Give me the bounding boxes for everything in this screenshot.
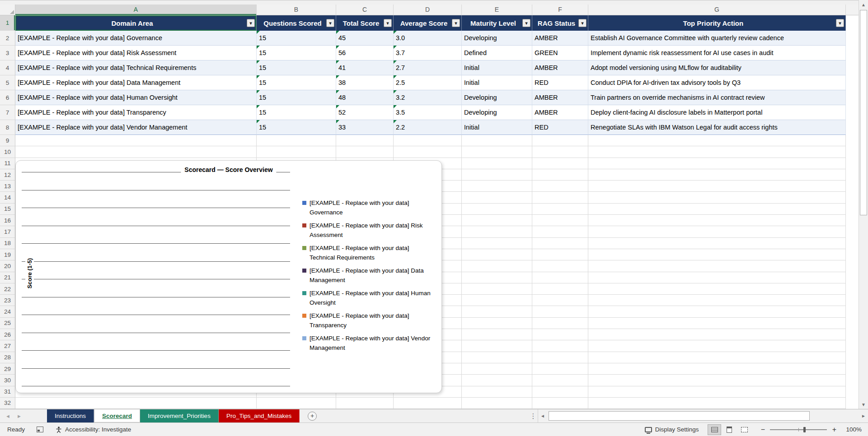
cell-E28[interactable]	[462, 352, 532, 363]
scroll-right-button[interactable]: ►	[859, 413, 868, 418]
cell-E22[interactable]	[462, 283, 532, 295]
row-header-19[interactable]: 19	[0, 249, 15, 260]
row-header-20[interactable]: 20	[0, 260, 15, 272]
cell-C2[interactable]: 45	[336, 31, 394, 46]
row-header-15[interactable]: 15	[0, 204, 15, 215]
row-header-8[interactable]: 8	[0, 120, 15, 135]
cell-B10[interactable]	[257, 146, 336, 158]
scroll-down-button[interactable]: ▼	[859, 400, 868, 409]
row-header-25[interactable]: 25	[0, 318, 15, 329]
display-settings-button[interactable]: Display Settings	[645, 426, 699, 433]
cell-B9[interactable]	[257, 135, 336, 146]
column-header-E[interactable]: E	[462, 5, 532, 15]
cell-E19[interactable]	[462, 249, 532, 260]
cell-E31[interactable]	[462, 386, 532, 398]
row-header-14[interactable]: 14	[0, 192, 15, 203]
cell-F19[interactable]	[532, 249, 588, 260]
cell-E6[interactable]: Developing	[462, 90, 532, 105]
cell-D9[interactable]	[394, 135, 462, 146]
cell-F12[interactable]	[532, 169, 588, 181]
cell-B32[interactable]	[257, 398, 336, 409]
filter-dropdown-button[interactable]: ▾	[836, 19, 844, 27]
cell-G16[interactable]	[588, 215, 846, 226]
cell-A4[interactable]: [EXAMPLE - Replace with your data] Techn…	[15, 60, 257, 75]
column-header-A[interactable]: A	[15, 5, 257, 15]
cell-E32[interactable]	[462, 398, 532, 409]
cell-F18[interactable]	[532, 238, 588, 249]
filter-dropdown-button[interactable]: ▾	[522, 19, 530, 27]
cell-G8[interactable]: Renegotiate SLAs with IBM Watson Legal f…	[588, 120, 846, 135]
cell-F2[interactable]: AMBER	[532, 31, 588, 46]
cell-D10[interactable]	[394, 146, 462, 158]
cell-E7[interactable]: Developing	[462, 105, 532, 120]
cell-G22[interactable]	[588, 283, 846, 295]
table-header-domain-area[interactable]: Domain Area▾	[15, 15, 257, 31]
row-header-26[interactable]: 26	[0, 329, 15, 340]
cell-D2[interactable]: 3.0	[394, 31, 462, 46]
table-header-average-score[interactable]: Average Score▾	[394, 15, 462, 31]
cell-F31[interactable]	[532, 386, 588, 398]
table-header-top-priority-action[interactable]: Top Priority Action▾	[588, 15, 846, 31]
cell-F13[interactable]	[532, 181, 588, 192]
cell-F27[interactable]	[532, 340, 588, 352]
filter-dropdown-button[interactable]: ▾	[247, 19, 255, 27]
cell-E18[interactable]	[462, 238, 532, 249]
table-header-maturity-level[interactable]: Maturity Level▾	[462, 15, 532, 31]
cell-G13[interactable]	[588, 181, 846, 192]
row-header-1[interactable]: 1	[0, 15, 15, 31]
new-sheet-button[interactable]: +	[308, 412, 317, 421]
zoom-level[interactable]: 100%	[846, 426, 862, 433]
cell-B6[interactable]: 15	[257, 90, 336, 105]
horizontal-scrollbar[interactable]: ◄ ►	[538, 409, 868, 422]
scroll-left-button[interactable]: ◄	[538, 413, 547, 418]
page-layout-view-button[interactable]	[723, 424, 736, 435]
cell-G17[interactable]	[588, 226, 846, 237]
cell-F22[interactable]	[532, 283, 588, 295]
row-header-18[interactable]: 18	[0, 238, 15, 249]
cell-F26[interactable]	[532, 329, 588, 340]
cell-A8[interactable]: [EXAMPLE - Replace with your data] Vendo…	[15, 120, 257, 135]
cell-F28[interactable]	[532, 352, 588, 363]
row-header-28[interactable]: 28	[0, 352, 15, 363]
cell-C5[interactable]: 38	[336, 75, 394, 90]
row-header-11[interactable]: 11	[0, 158, 15, 169]
column-header-F[interactable]: F	[532, 5, 588, 15]
select-all-button[interactable]	[0, 5, 15, 15]
cell-F30[interactable]	[532, 375, 588, 386]
cell-E5[interactable]: Initial	[462, 75, 532, 90]
cell-E13[interactable]	[462, 181, 532, 192]
cell-G7[interactable]: Deploy client-facing AI disclosure label…	[588, 105, 846, 120]
cell-A7[interactable]: [EXAMPLE - Replace with your data] Trans…	[15, 105, 257, 120]
cell-F25[interactable]	[532, 318, 588, 329]
cell-D8[interactable]: 2.2	[394, 120, 462, 135]
tab-scrollbar-splitter[interactable]: ⋮	[529, 409, 538, 422]
vertical-scroll-track[interactable]	[859, 9, 868, 400]
cell-F3[interactable]: GREEN	[532, 46, 588, 60]
cell-G24[interactable]	[588, 306, 846, 317]
cell-G18[interactable]	[588, 238, 846, 249]
cell-C8[interactable]: 33	[336, 120, 394, 135]
row-header-6[interactable]: 6	[0, 90, 15, 105]
row-header-16[interactable]: 16	[0, 215, 15, 226]
cell-F5[interactable]: RED	[532, 75, 588, 90]
cell-A6[interactable]: [EXAMPLE - Replace with your data] Human…	[15, 90, 257, 105]
sheet-tab-instructions[interactable]: Instructions	[47, 409, 94, 422]
cell-E23[interactable]	[462, 295, 532, 306]
cell-A3[interactable]: [EXAMPLE - Replace with your data] Risk …	[15, 46, 257, 60]
cell-A9[interactable]	[15, 135, 257, 146]
cell-F4[interactable]: AMBER	[532, 60, 588, 75]
zoom-in-button[interactable]: +	[831, 426, 837, 434]
cell-G23[interactable]	[588, 295, 846, 306]
sheet-tab-pro-tips-and-mistakes[interactable]: Pro_Tips_and_Mistakes	[219, 409, 300, 422]
cell-G28[interactable]	[588, 352, 846, 363]
normal-view-button[interactable]	[708, 424, 721, 435]
vertical-scrollbar[interactable]: ▲ ▼	[859, 0, 868, 409]
column-header-D[interactable]: D	[394, 5, 462, 15]
row-header-22[interactable]: 22	[0, 283, 15, 295]
cell-E17[interactable]	[462, 226, 532, 237]
tabs-scroll-left-icon[interactable]: ◄	[5, 413, 10, 419]
row-header-32[interactable]: 32	[0, 398, 15, 409]
cell-C6[interactable]: 48	[336, 90, 394, 105]
cell-E25[interactable]	[462, 318, 532, 329]
cell-A10[interactable]	[15, 146, 257, 158]
